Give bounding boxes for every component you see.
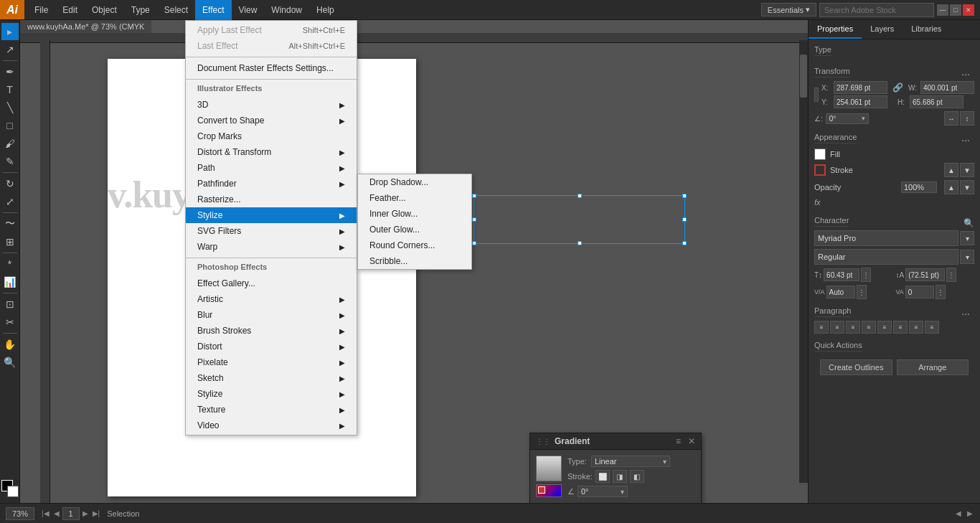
- opacity-decrease-btn[interactable]: ▲: [944, 180, 958, 194]
- effect-distort-transform-item[interactable]: Distort & Transform ▶: [186, 144, 357, 160]
- effect-pixelate-item[interactable]: Pixelate ▶: [186, 354, 357, 370]
- handle-tl[interactable]: [472, 194, 476, 198]
- slice-tool[interactable]: ✂: [1, 314, 19, 331]
- align-left-btn[interactable]: ≡: [814, 321, 829, 334]
- direct-selection-tool[interactable]: ↗: [1, 41, 19, 58]
- effect-sketch-item[interactable]: Sketch ▶: [186, 370, 357, 386]
- appearance-options-menu[interactable]: ···: [957, 133, 974, 147]
- menu-view[interactable]: View: [232, 0, 265, 20]
- effect-gallery-item[interactable]: Effect Gallery...: [186, 275, 357, 291]
- minimize-button[interactable]: —: [937, 4, 948, 16]
- gradient-preview[interactable]: [536, 456, 562, 481]
- prev-page-btn[interactable]: ◀: [52, 509, 61, 517]
- font-style-input[interactable]: [814, 249, 958, 265]
- background-swatch[interactable]: [7, 486, 19, 497]
- justify-right-btn[interactable]: ≡: [893, 321, 908, 334]
- character-search-icon[interactable]: 🔍: [963, 218, 974, 228]
- handle-mr[interactable]: [682, 217, 687, 222]
- transform-origin-icon[interactable]: [814, 88, 819, 102]
- feather-item[interactable]: Feather...: [358, 190, 471, 206]
- gradient-stroke-btn3[interactable]: ◧: [630, 470, 644, 483]
- effect-path-item[interactable]: Path ▶: [186, 160, 357, 176]
- gradient-menu-icon[interactable]: ≡: [676, 436, 681, 446]
- transform-h-input[interactable]: [910, 95, 963, 108]
- link-icon[interactable]: 🔗: [892, 83, 903, 93]
- gradient-type-chevron[interactable]: ▾: [663, 458, 666, 466]
- align-right-btn[interactable]: ≡: [846, 321, 860, 334]
- tab-layers[interactable]: Layers: [862, 20, 903, 39]
- effect-crop-marks-item[interactable]: Crop Marks: [186, 128, 357, 144]
- gradient-drag-handle[interactable]: ⋮⋮: [536, 438, 550, 446]
- page-input[interactable]: [62, 507, 80, 520]
- pen-tool[interactable]: ✒: [1, 63, 19, 80]
- pencil-tool[interactable]: ✎: [1, 153, 19, 170]
- zoom-tool[interactable]: 🔍: [1, 354, 19, 371]
- menu-object[interactable]: Object: [85, 0, 124, 20]
- vertical-scrollbar[interactable]: [799, 40, 808, 483]
- maximize-button[interactable]: □: [950, 4, 961, 16]
- stock-search-input[interactable]: [819, 3, 934, 17]
- drop-shadow-item[interactable]: Drop Shadow...: [358, 174, 471, 190]
- leading-stepper[interactable]: ⋮: [946, 268, 956, 282]
- menu-effect[interactable]: Effect: [195, 0, 231, 20]
- effect-ps-stylize-item[interactable]: Stylize ▶: [186, 386, 357, 402]
- stylize-submenu[interactable]: Drop Shadow... Feather... Inner Glow... …: [357, 174, 472, 270]
- font-input[interactable]: [814, 230, 958, 246]
- close-button[interactable]: ✕: [963, 4, 974, 16]
- tab-libraries[interactable]: Libraries: [903, 20, 950, 39]
- selection-tool[interactable]: ▸: [1, 23, 19, 40]
- round-corners-item[interactable]: Round Corners...: [358, 237, 471, 253]
- free-transform-tool[interactable]: ⊞: [1, 233, 19, 250]
- menu-file[interactable]: File: [27, 0, 55, 20]
- opacity-input[interactable]: [901, 182, 937, 193]
- outer-glow-item[interactable]: Outer Glow...: [358, 222, 471, 237]
- effect-warp-item[interactable]: Warp ▶: [186, 239, 357, 255]
- effect-brush-strokes-item[interactable]: Brush Strokes ▶: [186, 323, 357, 339]
- create-outlines-btn[interactable]: Create Outlines: [820, 359, 892, 375]
- effect-artistic-item[interactable]: Artistic ▶: [186, 291, 357, 307]
- effect-blur-item[interactable]: Blur ▶: [186, 307, 357, 323]
- effect-rasterize-item[interactable]: Rasterize...: [186, 192, 357, 207]
- menu-select[interactable]: Select: [157, 0, 195, 20]
- kerning-stepper[interactable]: ⋮: [936, 285, 946, 299]
- transform-options-menu[interactable]: ···: [957, 67, 974, 81]
- artboard-tool[interactable]: ⊡: [1, 296, 19, 313]
- symbol-sprayer-tool[interactable]: *: [1, 255, 19, 273]
- justify-full-btn[interactable]: ≡: [925, 321, 939, 334]
- color-swatch-container[interactable]: [1, 480, 19, 497]
- angle-chevron[interactable]: ▾: [862, 115, 865, 122]
- handle-bc[interactable]: [578, 241, 582, 245]
- transform-x-input[interactable]: [834, 81, 887, 94]
- effect-3d-item[interactable]: 3D ▶: [186, 97, 357, 113]
- effect-stylize-item[interactable]: Stylize ▶: [186, 207, 357, 223]
- type-tool[interactable]: T: [1, 81, 19, 98]
- paintbrush-tool[interactable]: 🖌: [1, 135, 19, 152]
- effect-menu-dropdown[interactable]: Apply Last Effect Shift+Ctrl+E Last Effe…: [185, 20, 357, 435]
- rect-tool[interactable]: □: [1, 117, 19, 134]
- column-graph-tool[interactable]: 📊: [1, 273, 19, 291]
- opacity-increase-btn[interactable]: ▼: [960, 180, 974, 194]
- font-size-input[interactable]: [824, 268, 859, 281]
- fill-swatch[interactable]: [814, 149, 826, 160]
- align-center-btn[interactable]: ≡: [830, 321, 844, 334]
- handle-tc[interactable]: [578, 194, 582, 198]
- scribble-item[interactable]: Scribble...: [358, 253, 471, 269]
- font-chevron[interactable]: ▾: [960, 231, 974, 245]
- kerning-input[interactable]: [905, 286, 934, 298]
- line-tool[interactable]: ╲: [1, 99, 19, 116]
- stroke-swatch[interactable]: [814, 164, 826, 176]
- menu-type[interactable]: Type: [124, 0, 157, 20]
- handle-tr[interactable]: [682, 194, 687, 198]
- gradient-close-icon[interactable]: ✕: [688, 436, 695, 446]
- stroke-increase-btn[interactable]: ▼: [960, 163, 974, 177]
- arrange-btn[interactable]: Arrange: [897, 359, 969, 375]
- font-size-stepper[interactable]: ⋮: [861, 268, 871, 282]
- handle-br[interactable]: [682, 241, 687, 245]
- justify-center-btn[interactable]: ≡: [909, 321, 923, 334]
- zoom-input[interactable]: [6, 507, 34, 520]
- next-page-btn[interactable]: ▶: [81, 509, 90, 517]
- apply-last-effect-item[interactable]: Apply Last Effect Shift+Ctrl+E: [186, 22, 357, 38]
- document-raster-item[interactable]: Document Raster Effects Settings...: [186, 60, 357, 76]
- last-page-btn[interactable]: ▶|: [91, 509, 102, 517]
- tracking-stepper[interactable]: ⋮: [857, 285, 867, 299]
